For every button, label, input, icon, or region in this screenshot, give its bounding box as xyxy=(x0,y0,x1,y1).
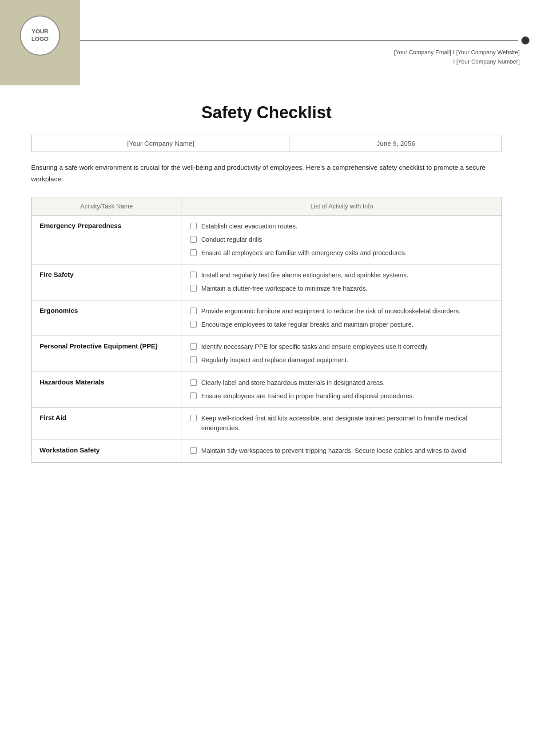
table-row: Workstation SafetyMaintain tidy workspac… xyxy=(32,440,502,462)
company-name-cell: [Your Company Name] xyxy=(32,135,290,152)
items-cell: Provide ergonomic furniture and equipmen… xyxy=(182,300,501,336)
logo-text-line1: YOUR xyxy=(32,28,48,36)
item-text: Ensure all employees are familiar with e… xyxy=(201,248,407,258)
table-row: First AidKeep well-stocked first aid kit… xyxy=(32,408,502,440)
item-text: Maintain tidy workspaces to prevent trip… xyxy=(201,446,466,456)
item-text: Establish clear evacuation routes. xyxy=(201,222,298,232)
table-row: Emergency PreparednessEstablish clear ev… xyxy=(32,216,502,264)
table-row: ErgonomicsProvide ergonomic furniture an… xyxy=(32,300,502,336)
category-name: Fire Safety xyxy=(40,271,74,278)
contact-line2: I [Your Company Number] xyxy=(80,57,520,67)
checkbox-icon[interactable] xyxy=(190,379,197,386)
main-content: Safety Checklist [Your Company Name] Jun… xyxy=(0,85,533,480)
header-line xyxy=(80,40,518,41)
category-cell: Emergency Preparedness xyxy=(32,216,182,264)
contact-line1: [Your Company Email] I [Your Company Web… xyxy=(80,48,520,57)
items-cell: Maintain tidy workspaces to prevent trip… xyxy=(182,440,501,462)
checkbox-icon[interactable] xyxy=(190,236,197,243)
date-cell: June 9, 2056 xyxy=(290,135,502,152)
checklist-item: Encourage employees to take regular brea… xyxy=(190,320,493,330)
tan-strip xyxy=(0,71,80,85)
logo-sidebar: YOUR LOGO xyxy=(0,0,80,71)
category-cell: First Aid xyxy=(32,408,182,440)
item-text: Install and regularly test fire alarms e… xyxy=(201,271,409,280)
category-name: First Aid xyxy=(40,414,66,421)
category-cell: Hazardous Materials xyxy=(32,372,182,408)
page-header: YOUR LOGO [Your Company Email] I [Your C… xyxy=(0,0,533,71)
checklist-item: Conduct regular drills xyxy=(190,235,493,245)
item-text: Encourage employees to take regular brea… xyxy=(201,320,414,330)
category-cell: Workstation Safety xyxy=(32,440,182,462)
items-cell: Establish clear evacuation routes.Conduc… xyxy=(182,216,501,264)
checklist-table: Activity/Task Name List of Activity with… xyxy=(31,197,502,463)
checkbox-icon[interactable] xyxy=(190,285,197,292)
checklist-item: Install and regularly test fire alarms e… xyxy=(190,271,493,280)
table-row: Personal Protective Equipment (PPE)Ident… xyxy=(32,336,502,372)
checklist-item: Keep well-stocked first aid kits accessi… xyxy=(190,414,493,433)
header-contact: [Your Company Email] I [Your Company Web… xyxy=(80,44,533,67)
checkbox-icon[interactable] xyxy=(190,321,197,328)
item-text: Provide ergonomic furniture and equipmen… xyxy=(201,307,461,316)
category-name: Ergonomics xyxy=(40,307,78,314)
checklist-item: Clearly label and store hazardous materi… xyxy=(190,378,493,388)
intro-text: Ensuring a safe work environment is cruc… xyxy=(31,162,502,184)
info-table: [Your Company Name] June 9, 2056 xyxy=(31,135,502,152)
checkbox-icon[interactable] xyxy=(190,249,197,256)
checklist-item: Maintain a clutter-free workspace to min… xyxy=(190,284,493,294)
checkbox-icon[interactable] xyxy=(190,223,197,229)
item-text: Maintain a clutter-free workspace to min… xyxy=(201,284,368,294)
checklist-item: Establish clear evacuation routes. xyxy=(190,222,493,232)
checkbox-icon[interactable] xyxy=(190,415,197,421)
item-text: Regularly inspect and replace damaged eq… xyxy=(201,356,348,365)
checklist-item: Regularly inspect and replace damaged eq… xyxy=(190,356,493,365)
logo-circle: YOUR LOGO xyxy=(20,16,60,56)
col1-header: Activity/Task Name xyxy=(32,197,182,216)
checkbox-icon[interactable] xyxy=(190,343,197,350)
checklist-item: Ensure employees are trained in proper h… xyxy=(190,392,493,401)
checkbox-icon[interactable] xyxy=(190,356,197,363)
table-row: Hazardous MaterialsClearly label and sto… xyxy=(32,372,502,408)
category-name: Workstation Safety xyxy=(40,446,100,454)
category-cell: Ergonomics xyxy=(32,300,182,336)
checklist-item: Ensure all employees are familiar with e… xyxy=(190,248,493,258)
header-line-row xyxy=(80,36,533,44)
item-text: Keep well-stocked first aid kits accessi… xyxy=(201,414,493,433)
page-title: Safety Checklist xyxy=(31,103,502,122)
col2-header: List of Activity with Info xyxy=(182,197,501,216)
checkbox-icon[interactable] xyxy=(190,447,197,454)
header-right: [Your Company Email] I [Your Company Web… xyxy=(80,0,533,71)
checklist-item: Provide ergonomic furniture and equipmen… xyxy=(190,307,493,316)
checklist-item: Identify necessary PPE for specific task… xyxy=(190,342,493,352)
checkbox-icon[interactable] xyxy=(190,308,197,314)
category-name: Personal Protective Equipment (PPE) xyxy=(40,342,158,350)
category-cell: Fire Safety xyxy=(32,264,182,300)
category-name: Emergency Preparedness xyxy=(40,222,121,229)
category-cell: Personal Protective Equipment (PPE) xyxy=(32,336,182,372)
item-text: Identify necessary PPE for specific task… xyxy=(201,342,429,352)
table-row: Fire SafetyInstall and regularly test fi… xyxy=(32,264,502,300)
item-text: Conduct regular drills xyxy=(201,235,262,245)
category-name: Hazardous Materials xyxy=(40,378,104,386)
logo-text-line2: LOGO xyxy=(32,36,48,43)
header-dot xyxy=(521,36,529,44)
checkbox-icon[interactable] xyxy=(190,392,197,399)
items-cell: Identify necessary PPE for specific task… xyxy=(182,336,501,372)
items-cell: Clearly label and store hazardous materi… xyxy=(182,372,501,408)
checklist-item: Maintain tidy workspaces to prevent trip… xyxy=(190,446,493,456)
items-cell: Keep well-stocked first aid kits accessi… xyxy=(182,408,501,440)
items-cell: Install and regularly test fire alarms e… xyxy=(182,264,501,300)
checkbox-icon[interactable] xyxy=(190,272,197,278)
item-text: Ensure employees are trained in proper h… xyxy=(201,392,414,401)
item-text: Clearly label and store hazardous materi… xyxy=(201,378,385,388)
